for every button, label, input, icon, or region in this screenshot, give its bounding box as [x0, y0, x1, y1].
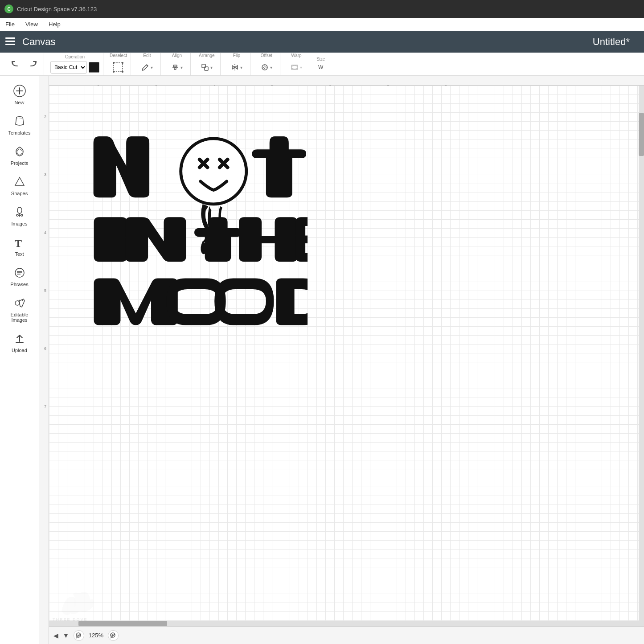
svg-rect-9: [173, 65, 177, 67]
svg-rect-0: [5, 37, 15, 39]
canvas-area[interactable]: 2 3 4 5 6 7 2 3 4 5 6 7 8: [39, 76, 644, 644]
svg-point-6: [113, 71, 115, 73]
svg-point-13: [262, 65, 267, 70]
deselect-button[interactable]: [111, 60, 126, 75]
svg-rect-10: [174, 68, 176, 70]
edit-group: Edit ▾: [134, 53, 161, 75]
design-svg: [85, 112, 308, 335]
svg-point-34: [181, 139, 246, 204]
canvas-title: Canvas: [22, 36, 588, 48]
flip-label: Flip: [233, 53, 240, 58]
phrases-icon: [12, 266, 27, 280]
svg-point-21: [17, 207, 22, 213]
svg-point-23: [21, 214, 23, 216]
offset-caret: ▾: [270, 65, 272, 70]
sidebar: New Templates Projects: [0, 76, 39, 644]
canvas[interactable]: [49, 86, 644, 626]
app-logo: C: [4, 4, 13, 13]
arrange-button[interactable]: ▾: [197, 60, 217, 75]
zoom-out-button[interactable]: [74, 630, 84, 641]
vertical-scrollbar[interactable]: [639, 86, 644, 626]
sidebar-item-editable-images[interactable]: Editable Images: [2, 292, 37, 326]
editable-images-icon: [12, 296, 27, 310]
deselect-group: Deselect: [106, 53, 131, 75]
menu-view[interactable]: View: [24, 20, 40, 29]
warp-button[interactable]: ▾: [287, 60, 306, 75]
undo-redo-group: [4, 53, 44, 75]
nav-left-arrow[interactable]: ◀: [53, 632, 58, 639]
menu-help[interactable]: Help: [47, 20, 62, 29]
edit-caret: ▾: [151, 65, 153, 70]
sidebar-item-editable-images-label: Editable Images: [4, 312, 35, 323]
svg-text:T: T: [15, 238, 22, 249]
vertical-scroll-thumb[interactable]: [639, 113, 644, 156]
arrange-caret: ▾: [210, 65, 213, 70]
zoom-in-button[interactable]: [108, 630, 119, 641]
top-toolbar: Operation Basic Cut Deselect Edit: [0, 53, 644, 76]
sidebar-item-projects[interactable]: Projects: [2, 141, 37, 169]
svg-point-5: [122, 62, 123, 64]
size-group: Size W: [313, 53, 328, 75]
sidebar-item-templates[interactable]: Templates: [2, 111, 37, 139]
svg-point-4: [113, 62, 115, 64]
sidebar-item-phrases-label: Phrases: [10, 282, 28, 287]
flip-button[interactable]: ▾: [227, 60, 246, 75]
deselect-label: Deselect: [110, 53, 127, 58]
offset-button[interactable]: ▾: [257, 60, 276, 75]
zoom-level: 125%: [89, 632, 103, 639]
menu-file[interactable]: File: [4, 20, 16, 29]
titlebar: C Cricut Design Space v7.36.123: [0, 0, 644, 18]
arrange-label: Arrange: [199, 53, 215, 58]
align-button[interactable]: ▾: [167, 60, 187, 75]
shapes-icon: [12, 175, 27, 189]
nav-down-arrow[interactable]: ▼: [63, 632, 69, 639]
sidebar-item-text[interactable]: T Text: [2, 232, 37, 260]
sidebar-item-templates-label: Templates: [8, 130, 30, 135]
ruler-left: 2 3 4 5 6 7: [39, 76, 49, 644]
sidebar-item-images[interactable]: Images: [2, 201, 37, 230]
ruler-top: 2 3 4 5 6 7 8: [49, 76, 644, 86]
align-group: Align ▾: [164, 53, 191, 75]
design-content: [85, 112, 308, 335]
svg-rect-3: [114, 63, 123, 72]
sidebar-item-projects-label: Projects: [11, 160, 29, 166]
svg-point-14: [263, 66, 266, 69]
main: New Templates Projects: [0, 76, 644, 644]
sidebar-item-new-label: New: [14, 100, 24, 105]
upload-icon: [12, 332, 27, 346]
sidebar-item-upload-label: Upload: [12, 348, 27, 353]
arrange-group: Arrange ▾: [193, 53, 221, 75]
align-label: Align: [172, 53, 182, 58]
sidebar-item-images-label: Images: [11, 221, 27, 226]
new-icon: [12, 84, 27, 98]
svg-rect-1: [5, 41, 15, 42]
svg-point-7: [122, 71, 123, 73]
undo-button[interactable]: [8, 57, 23, 72]
svg-line-31: [22, 300, 23, 301]
warp-caret: ▾: [300, 65, 302, 70]
hamburger-menu[interactable]: [5, 36, 15, 48]
size-value: W: [316, 63, 325, 71]
svg-point-22: [16, 214, 18, 216]
sidebar-item-shapes[interactable]: Shapes: [2, 171, 37, 200]
app-title: Cricut Design Space v7.36.123: [17, 6, 97, 12]
projects-icon: [12, 144, 27, 159]
sidebar-item-new[interactable]: New: [2, 80, 37, 109]
header: Canvas Untitled*: [0, 31, 644, 53]
color-swatch[interactable]: [89, 62, 99, 73]
sidebar-item-upload[interactable]: Upload: [2, 328, 37, 357]
horizontal-scrollbar[interactable]: [49, 621, 639, 626]
watermark: THREE DOVE: [53, 584, 106, 622]
offset-label: Offset: [261, 53, 273, 58]
svg-rect-2: [5, 44, 15, 45]
sidebar-item-phrases[interactable]: Phrases: [2, 262, 37, 291]
edit-button[interactable]: ▾: [137, 60, 157, 75]
sidebar-item-text-label: Text: [15, 251, 24, 257]
redo-button[interactable]: [25, 57, 40, 72]
edit-label: Edit: [143, 53, 151, 58]
sidebar-item-shapes-label: Shapes: [11, 191, 28, 196]
operation-label: Operation: [65, 54, 85, 59]
operation-select[interactable]: Basic Cut: [50, 61, 87, 74]
images-icon: [12, 205, 27, 219]
flip-caret: ▾: [240, 65, 242, 70]
